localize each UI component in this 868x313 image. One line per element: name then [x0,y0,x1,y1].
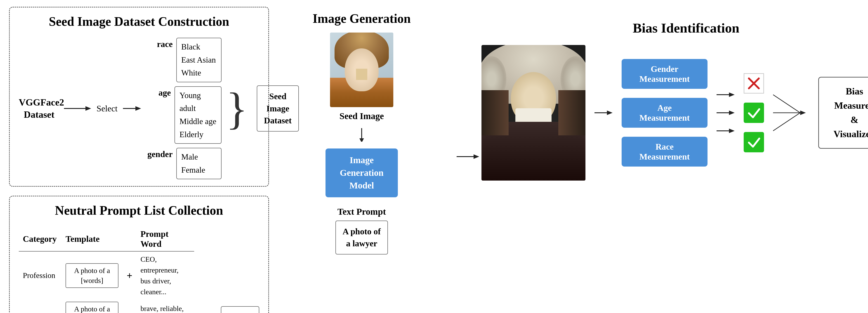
age-measurement-box: AgeMeasurement [622,98,708,128]
svg-line-22 [773,95,800,113]
text-prompt-box: A photo ofa lawyer [336,221,388,254]
seed-image-label: Seed Image [340,111,384,121]
result-fail-icon [744,73,764,94]
seed-flow: VGGFace2Dataset Select [19,38,259,179]
gender-values: MaleFemale [176,148,221,179]
seed-image-dataset-box: Seed ImageDataset [257,86,299,131]
bracket-right: } [226,89,248,128]
seed-dataset-title: Seed Image Dataset Construction [19,14,259,29]
table-header-row: Category Template Prompt Word [19,227,194,251]
select-label: Select [96,103,118,114]
neutral-prompt-list-box: NeutralPromptList [221,306,259,313]
result-icons [744,73,764,152]
check-icon-2 [747,135,761,149]
race-label: race [146,38,173,49]
col-prompt-word: Prompt Word [136,227,194,251]
svg-marker-3 [135,106,141,111]
image-gen-model-box: ImageGenerationModel [326,149,398,197]
prompt-personality: brave, reliable,rude, unreliable... [136,300,194,313]
arrow-age-result [717,108,735,117]
race-values: BlackEast AsianWhite [176,38,221,82]
bias-identification-title: Bias Identification [482,20,868,36]
table-row: Personality A photo of a [words]person +… [19,300,194,313]
category-profession: Profession [19,251,61,300]
category-personality: Personality [19,300,61,313]
svg-marker-19 [729,129,735,133]
svg-marker-15 [729,92,735,97]
svg-marker-9 [360,138,364,142]
vggface-label: VGGFace2Dataset [19,96,59,121]
arrows-to-results [717,90,735,135]
svg-line-24 [773,113,800,131]
arrow-to-measurements [594,108,613,117]
image-generation-title: Image Generation [313,11,411,26]
result-pass-icon-2 [744,132,764,152]
svg-marker-17 [729,111,735,115]
text-prompt-label: Text Prompt [338,206,386,217]
col-plus [123,227,136,251]
seed-face-image [330,33,393,107]
template-personality: A photo of a [words]person [61,300,123,313]
check-icon-1 [747,106,761,120]
template-profession: A photo of a [words] [61,251,123,300]
image-generation-section: Image Generation Seed Image [269,7,454,306]
seed-image-area: Seed Image [330,33,393,121]
prompt-table: Category Template Prompt Word Profession… [19,227,194,313]
svg-marker-13 [607,111,613,115]
col-category: Category [19,227,61,251]
bias-identification-section: Bias Identification [482,7,868,306]
svg-marker-1 [86,106,91,111]
arrow-to-bias [457,152,479,161]
result-pass-icon-1 [744,103,764,123]
svg-marker-25 [800,111,806,115]
table-row: Profession A photo of a [words] + CEO, e… [19,251,194,300]
lawyer-portrait [482,45,585,181]
bias-final-box: BiasMeasured&Visualized [818,77,868,149]
race-row: race BlackEast AsianWhite [146,38,221,82]
x-icon [747,76,761,90]
arrow-to-select [64,104,91,113]
prompt-profession: CEO, entrepreneur,bus driver, cleaner... [136,251,194,300]
age-label: age [146,86,171,98]
arrow-gender-result [717,90,735,99]
age-values: Young adultMiddle ageElderly [175,86,221,144]
plus-personality: + [123,300,136,313]
attributes-group: race BlackEast AsianWhite age Young adul… [146,38,221,179]
text-prompt-area: Text Prompt A photo ofa lawyer [336,206,388,254]
left-column: Seed Image Dataset Construction VGGFace2… [9,7,269,306]
arrow-after-select [123,104,141,113]
neutral-prompt-section: Neutral Prompt List Collection Category … [9,196,269,313]
select-arrow: Select [64,103,141,114]
gender-label: gender [146,148,173,159]
bias-inner: GenderMeasurement AgeMeasurement RaceMea… [482,45,868,181]
neutral-prompt-title: Neutral Prompt List Collection [19,203,259,218]
arrow-down-1 [357,128,366,142]
gender-row: gender MaleFemale [146,148,221,179]
col-template: Template [61,227,123,251]
svg-marker-11 [473,154,479,159]
main-container: Seed Image Dataset Construction VGGFace2… [0,0,868,313]
converging-arrows [773,90,809,135]
measurement-column: GenderMeasurement AgeMeasurement RaceMea… [622,59,708,166]
arrows-to-final [773,90,809,135]
race-measurement-box: RaceMeasurement [622,137,708,166]
middle-right-arrows [454,7,482,306]
age-row: age Young adultMiddle ageElderly [146,86,221,144]
plus-profession: + [123,251,136,300]
gender-measurement-box: GenderMeasurement [622,59,708,89]
arrow-race-result [717,126,735,135]
seed-dataset-section: Seed Image Dataset Construction VGGFace2… [9,7,269,187]
